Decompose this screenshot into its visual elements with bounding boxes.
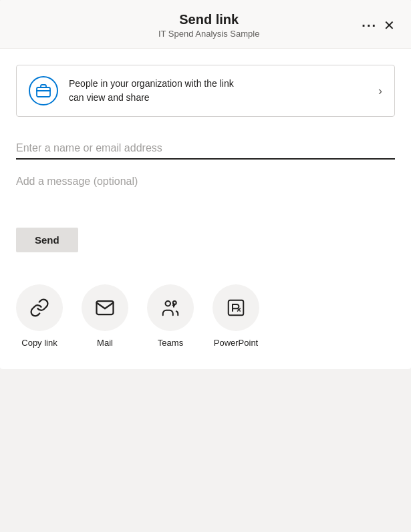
copy-link-option[interactable]: Copy link [16, 284, 63, 348]
send-link-modal: Send link IT Spend Analysis Sample ··· ✕… [0, 0, 411, 369]
mail-icon-wrap [82, 284, 128, 331]
close-icon[interactable]: ✕ [384, 19, 395, 32]
modal-header: Send link IT Spend Analysis Sample ··· ✕ [0, 0, 411, 49]
teams-icon [160, 298, 180, 318]
briefcase-icon [35, 83, 51, 99]
powerpoint-icon-wrap [213, 284, 259, 331]
svg-rect-0 [37, 87, 50, 97]
header-center: Send link IT Spend Analysis Sample [56, 12, 362, 39]
message-placeholder[interactable]: Add a message (optional) [16, 176, 395, 188]
header-actions: ··· ✕ [362, 18, 395, 33]
send-button[interactable]: Send [16, 228, 78, 252]
mail-option[interactable]: Mail [82, 284, 128, 348]
modal-title: Send link [56, 12, 362, 27]
teams-option[interactable]: Teams [147, 284, 194, 348]
modal-content: People in your organization with the lin… [0, 49, 411, 369]
share-options: Copy link Mail [16, 279, 395, 348]
powerpoint-icon [226, 298, 246, 318]
email-input-section [16, 138, 395, 160]
message-section: Add a message (optional) [16, 176, 395, 188]
more-options-icon[interactable]: ··· [362, 18, 377, 33]
chevron-right-icon: › [378, 84, 382, 98]
share-link-text: People in your organization with the lin… [69, 77, 370, 105]
powerpoint-option[interactable]: PowerPoint [213, 284, 259, 348]
mail-label: Mail [97, 338, 113, 348]
mail-icon [95, 298, 115, 318]
modal-subtitle: IT Spend Analysis Sample [56, 29, 362, 39]
svg-point-3 [166, 301, 171, 306]
copy-link-icon-wrap [16, 284, 63, 331]
teams-icon-wrap [147, 284, 194, 331]
copy-link-icon [29, 298, 49, 318]
share-link-box[interactable]: People in your organization with the lin… [16, 65, 395, 117]
svg-rect-5 [229, 300, 244, 316]
email-input[interactable] [16, 138, 395, 160]
share-icon-wrap [29, 76, 58, 105]
powerpoint-label: PowerPoint [214, 338, 258, 348]
teams-label: Teams [158, 338, 183, 348]
copy-link-label: Copy link [21, 338, 57, 348]
